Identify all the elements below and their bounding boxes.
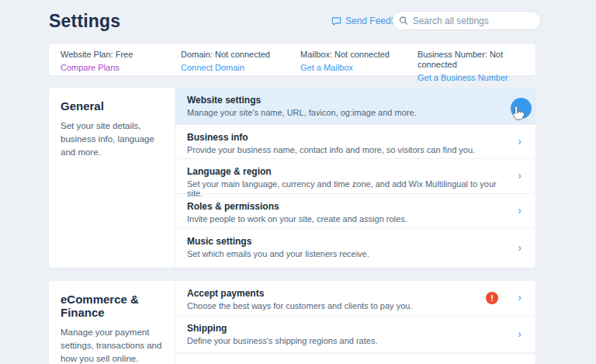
hand-cursor-icon	[510, 105, 526, 123]
feedback-bubble-icon	[331, 16, 341, 26]
chevron-right-icon: ›	[518, 170, 522, 181]
status-item-business-number: Business Number: Not connected Get a Bus…	[418, 50, 535, 84]
chevron-right-icon: ›	[518, 292, 522, 303]
chevron-right-icon: ›	[518, 242, 522, 253]
mailbox-status-label: Mailbox: Not connected	[300, 50, 390, 60]
status-item-plan: Website Plan: Free Compare Plans	[61, 50, 133, 74]
section-description: Set your site details, business info, la…	[61, 120, 165, 159]
row-roles-permissions[interactable]: Roles & permissions Invite people to wor…	[175, 194, 535, 229]
alert-icon: !	[486, 292, 498, 304]
row-description: Set which emails you and your listeners …	[187, 249, 504, 258]
plan-status-label: Website Plan: Free	[61, 50, 133, 60]
row-title: Business info	[187, 132, 504, 143]
row-title: Shipping	[187, 323, 504, 334]
row-title: Website settings	[187, 95, 504, 106]
row-website-settings[interactable]: Website settings Manage your site's name…	[175, 88, 535, 125]
row-accept-payments[interactable]: Accept payments Choose the best ways for…	[175, 281, 535, 316]
row-music-settings[interactable]: Music settings Set which emails you and …	[175, 229, 535, 268]
section-title: General	[61, 99, 165, 113]
chevron-right-icon: ›	[518, 135, 522, 146]
search-box[interactable]	[392, 11, 541, 30]
row-shipping[interactable]: Shipping Define your business's shipping…	[175, 316, 535, 353]
row-business-info[interactable]: Business info Provide your business name…	[175, 125, 535, 159]
search-icon	[399, 16, 408, 26]
row-description: Invite people to work on your site, crea…	[187, 214, 504, 224]
get-mailbox-link[interactable]: Get a Mailbox	[300, 62, 353, 73]
chevron-right-icon: ›	[518, 328, 522, 338]
row-title: Roles & permissions	[187, 201, 504, 212]
section-general-header: General Set your site details, business …	[49, 88, 175, 268]
row-partial	[175, 353, 535, 364]
page-title: Settings	[49, 11, 120, 32]
section-title: eCommerce & Finance	[61, 293, 165, 319]
business-number-status-label: Business Number: Not connected	[418, 50, 535, 70]
row-title: Accept payments	[187, 288, 504, 299]
status-item-domain: Domain: Not connected Connect Domain	[181, 50, 270, 74]
section-ecommerce-rows: Accept payments Choose the best ways for…	[175, 281, 535, 364]
row-description: Provide your business name, contact info…	[187, 145, 504, 154]
compare-plans-link[interactable]: Compare Plans	[61, 62, 120, 73]
row-description: Define your business's shipping regions …	[187, 336, 504, 345]
section-ecommerce-header: eCommerce & Finance Manage your payment …	[49, 281, 175, 364]
status-item-mailbox: Mailbox: Not connected Get a Mailbox	[300, 50, 390, 74]
get-business-number-link[interactable]: Get a Business Number	[418, 72, 508, 83]
section-general-rows: Website settings Manage your site's name…	[175, 88, 535, 268]
section-ecommerce-finance: eCommerce & Finance Manage your payment …	[49, 281, 535, 364]
section-general: General Set your site details, business …	[49, 88, 535, 268]
domain-status-label: Domain: Not connected	[181, 50, 270, 60]
status-bar: Website Plan: Free Compare Plans Domain:…	[49, 44, 535, 75]
connect-domain-link[interactable]: Connect Domain	[181, 62, 244, 73]
search-input[interactable]	[413, 16, 534, 26]
chevron-right-icon: ›	[518, 205, 522, 216]
section-description: Manage your payment settings, transactio…	[61, 326, 165, 364]
row-description: Manage your site's name, URL, favicon, o…	[187, 108, 504, 117]
row-title: Language & region	[187, 166, 504, 177]
row-language-region[interactable]: Language & region Set your main language…	[175, 159, 535, 194]
row-description: Choose the best ways for customers and c…	[187, 301, 504, 310]
row-title: Music settings	[187, 236, 504, 247]
